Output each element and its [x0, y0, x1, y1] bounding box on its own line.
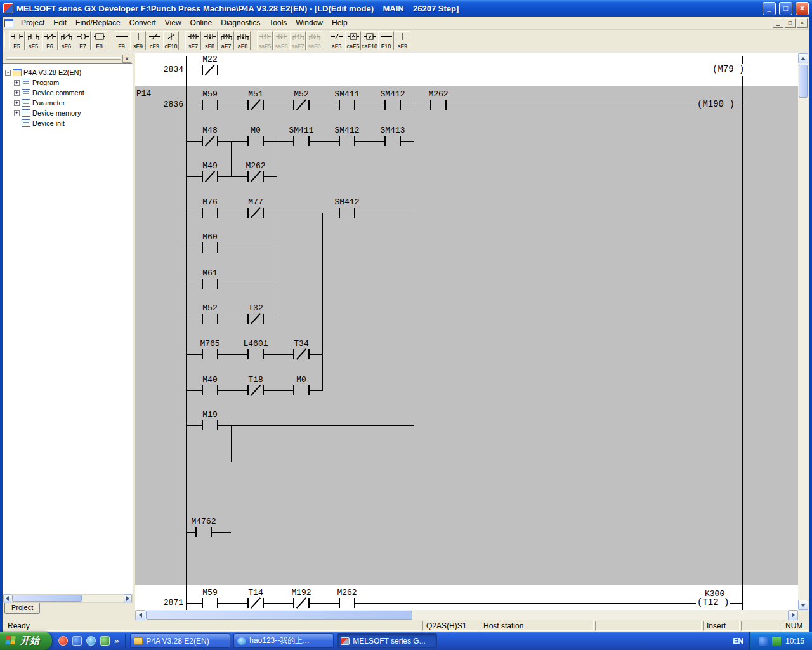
scroll-thumb[interactable]: [12, 595, 82, 602]
menu-online[interactable]: Online: [186, 17, 217, 29]
minimize-button[interactable]: _: [763, 2, 776, 15]
tree-item-device-init[interactable]: Device init: [5, 118, 130, 128]
ladder-contact-m262[interactable]: M262: [247, 171, 264, 182]
ladder-contact-t14[interactable]: T14: [247, 598, 264, 608]
menu-convert[interactable]: Convert: [125, 17, 160, 29]
quicklaunch-icon-1[interactable]: [58, 636, 68, 646]
ladder-contact-sm411[interactable]: SM411: [293, 136, 310, 146]
scroll-left-button[interactable]: [3, 594, 11, 602]
tree-root[interactable]: - P4A V3.28 E2(EN): [5, 67, 130, 77]
toolbar-button-sf5-1[interactable]: sF5: [25, 31, 41, 50]
quicklaunch-ie-icon[interactable]: [86, 636, 96, 646]
ladder-contact-m4762[interactable]: M4762: [195, 527, 212, 537]
toolbar-button-cf9-8[interactable]: cF9: [147, 31, 162, 50]
quicklaunch-icon-2[interactable]: [72, 636, 82, 646]
taskbar-task-hao123[interactable]: hao123--我的上...: [233, 633, 334, 648]
scroll-down-button[interactable]: [798, 600, 808, 610]
scroll-left-button[interactable]: [135, 610, 145, 620]
vertical-scrollbar[interactable]: [798, 53, 808, 610]
ladder-contact-m59[interactable]: M59: [202, 598, 218, 608]
scroll-thumb[interactable]: [799, 65, 808, 98]
ladder-contact-m262[interactable]: M262: [430, 100, 447, 110]
mdi-restore-button[interactable]: □: [785, 18, 796, 28]
toolbar-button-sf6-3[interactable]: sF6: [58, 31, 74, 50]
toolbar-button-af5-18[interactable]: aF5: [329, 31, 344, 50]
ladder-contact-m0[interactable]: M0: [293, 385, 310, 395]
tree-item-parameter[interactable]: +Parameter: [5, 98, 130, 108]
ladder-contact-m40[interactable]: M40: [202, 385, 218, 395]
ladder-contact-m77[interactable]: M77: [247, 208, 264, 218]
toolbar-button-f6-2[interactable]: F6: [42, 31, 58, 50]
menu-find-replace[interactable]: Find/Replace: [71, 17, 125, 29]
title-bar[interactable]: MELSOFT series GX Developer F:\Punch Pre…: [0, 0, 812, 17]
tree-item-program[interactable]: +Program: [5, 77, 130, 88]
toolbar-button-af7-12[interactable]: aF7: [218, 31, 234, 50]
toolbar-grip[interactable]: [4, 32, 6, 49]
menu-project[interactable]: Project: [16, 17, 49, 29]
expand-icon[interactable]: +: [14, 80, 20, 86]
ladder-contact-m19[interactable]: M19: [202, 420, 218, 430]
ladder-contact-m59[interactable]: M59: [202, 100, 218, 110]
toolbar-button-sf9-22[interactable]: sF9: [395, 31, 410, 50]
ladder-contact-m61[interactable]: M61: [202, 279, 218, 289]
toolbar-button-f9-6[interactable]: F9: [114, 31, 129, 50]
ladder-contact-m192[interactable]: M192: [293, 598, 310, 608]
toolbar-button-sf9-7[interactable]: sF9: [130, 31, 146, 50]
tray-icon-1[interactable]: [759, 637, 768, 646]
ladder-contact-t32[interactable]: T32: [247, 314, 264, 324]
language-indicator[interactable]: EN: [727, 637, 749, 646]
scroll-up-button[interactable]: [798, 53, 808, 63]
menu-view[interactable]: View: [160, 17, 186, 29]
ladder-contact-t18[interactable]: T18: [247, 385, 264, 395]
ladder-contact-m60[interactable]: M60: [202, 242, 218, 253]
ladder-contact-m48[interactable]: M48: [202, 136, 218, 146]
toolbar-button-f5-0[interactable]: F5: [9, 31, 25, 50]
ladder-contact-m76[interactable]: M76: [202, 208, 218, 218]
chevron-icon[interactable]: »: [114, 636, 119, 646]
taskbar-task-melsoft-series-g[interactable]: MELSOFT series G...: [337, 633, 437, 648]
toolbar-button-f8-5[interactable]: F8: [91, 31, 107, 50]
expand-icon[interactable]: +: [14, 110, 20, 116]
expand-icon[interactable]: +: [14, 90, 20, 96]
ladder-contact-m765[interactable]: M765: [202, 349, 218, 359]
ladder-canvas[interactable]: 在m19下面并上m4762时，梯形图不能 闭合，添加向下的线时m4762同时下移…: [135, 53, 798, 610]
tab-project[interactable]: Project: [4, 603, 40, 614]
ladder-coil-m79[interactable]: (M79 ): [711, 64, 745, 76]
maximize-button[interactable]: □: [779, 2, 792, 15]
ladder-contact-m262[interactable]: M262: [339, 598, 355, 608]
ladder-contact-sm412[interactable]: SM412: [384, 100, 401, 110]
quicklaunch-icon-4[interactable]: [100, 636, 110, 646]
scroll-right-button[interactable]: [124, 594, 132, 602]
tree-panel-grip[interactable]: [6, 57, 121, 60]
tree-panel-header[interactable]: x: [3, 53, 133, 63]
ladder-contact-sm412[interactable]: SM412: [339, 208, 355, 218]
ladder-contact-l4601[interactable]: L4601: [247, 349, 264, 359]
expand-icon[interactable]: +: [14, 100, 20, 106]
toolbar-button-sf8-11[interactable]: sF8: [202, 31, 218, 50]
tree-item-device-comment[interactable]: +Device comment: [5, 88, 130, 98]
taskbar-task-p4a-v3-28-e2-en[interactable]: P4A V3.28 E2(EN): [130, 633, 230, 648]
ladder-contact-m51[interactable]: M51: [247, 100, 264, 110]
toolbar-button-caf10-20[interactable]: caF10: [362, 31, 377, 50]
toolbar-button-sf7-10[interactable]: sF7: [185, 31, 201, 50]
scroll-right-button[interactable]: [788, 610, 798, 620]
toolbar-button-cf10-9[interactable]: cF10: [163, 31, 179, 50]
ladder-contact-m0[interactable]: M0: [247, 136, 264, 146]
ladder-contact-m52[interactable]: M52: [293, 100, 310, 110]
ladder-contact-m49[interactable]: M49: [202, 171, 218, 182]
start-button[interactable]: 开始: [0, 632, 52, 650]
tree-horizontal-scrollbar[interactable]: [3, 594, 133, 603]
mdi-close-button[interactable]: ×: [797, 18, 808, 28]
horizontal-scrollbar[interactable]: [135, 610, 798, 620]
menu-diagnostics[interactable]: Diagnostics: [216, 17, 265, 29]
tree-item-device-memory[interactable]: +Device memory: [5, 108, 130, 118]
toolbar-button-af8-13[interactable]: aF8: [235, 31, 251, 50]
menu-tools[interactable]: Tools: [265, 17, 291, 29]
document-icon[interactable]: [4, 19, 13, 27]
ladder-contact-sm411[interactable]: SM411: [339, 100, 355, 110]
tree-close-icon[interactable]: x: [122, 55, 131, 63]
toolbar-button-caf5-19[interactable]: caF5: [345, 31, 361, 50]
toolbar-button-f7-4[interactable]: F7: [75, 31, 91, 50]
ladder-contact-m52[interactable]: M52: [202, 314, 218, 324]
scroll-thumb[interactable]: [146, 611, 412, 620]
